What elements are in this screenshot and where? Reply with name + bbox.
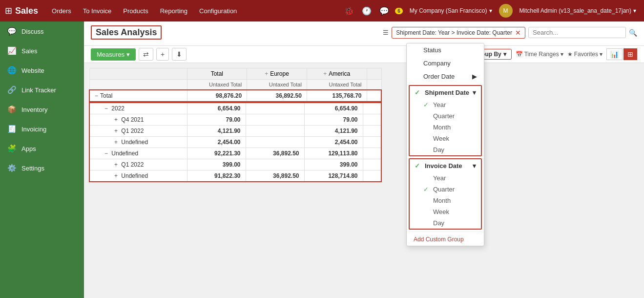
invoice-date-header[interactable]: ✓ Invoice Date ▾ — [410, 159, 481, 172]
cell-q12022-empty — [363, 126, 381, 137]
sidebar: 💬 Discuss 📈 Sales 🌐 Website 🔗 Link Track… — [0, 21, 84, 298]
expand-q42021[interactable]: + — [114, 116, 118, 123]
expand-q12022[interactable]: + — [114, 128, 118, 134]
grid-view-button[interactable]: ⊞ — [623, 48, 637, 60]
sidebar-item-sales[interactable]: 📈 Sales — [0, 41, 84, 61]
cell-2022-c2 — [246, 103, 304, 114]
nav-orders[interactable]: Orders — [47, 4, 76, 18]
dropdown-item-order-date[interactable]: Order Date ▶ — [407, 70, 484, 83]
chat-icon[interactable]: 💬 — [377, 4, 391, 18]
col-header-europe: +Europe — [247, 68, 307, 80]
row-label-undef3: + Undefined — [89, 170, 187, 182]
sidebar-item-label: Sales — [21, 47, 38, 55]
cell-undef3-c2: 36,892.50 — [246, 170, 304, 182]
dropdown-scroll: Status Company Order Date ▶ ✓ Shipment D… — [407, 43, 484, 246]
sidebar-item-invoicing[interactable]: 🧾 Invoicing — [0, 119, 84, 139]
table-row: + Undefined 91,822.30 36,892.50 128,714.… — [89, 170, 381, 182]
col-header-america: +America — [307, 68, 367, 80]
cell-undef2-c3: 129,113.80 — [304, 148, 363, 159]
cell-q42021-empty — [363, 114, 381, 126]
expand-undef3[interactable]: + — [114, 172, 118, 179]
user-avatar: M — [499, 4, 513, 18]
invoice-quarter-item[interactable]: ✓ Quarter — [410, 184, 481, 195]
row-label-2022: − 2022 — [89, 103, 187, 114]
toolbar-row: Measures ▾ ⇄ + ⬇ ▼ Filters ▾ ☰ Group By … — [84, 46, 644, 63]
chart-view-button[interactable]: 📊 — [606, 48, 623, 60]
expand-undef1[interactable]: + — [114, 139, 118, 146]
table-row: − Undefined 92,221.30 36,892.50 129,113.… — [89, 148, 381, 159]
row-label-q12022: + Q1 2022 — [89, 126, 187, 137]
search-input[interactable] — [528, 27, 626, 38]
invoice-year-item[interactable]: Year — [410, 172, 481, 184]
time-ranges-button[interactable]: 📅 Time Ranges ▾ — [516, 51, 563, 58]
dropdown-item-company[interactable]: Company — [407, 57, 484, 70]
clock-icon[interactable]: 🕐 — [360, 4, 374, 18]
download-button[interactable]: ⬇ — [172, 48, 187, 61]
sidebar-item-label: Inventory — [21, 106, 47, 113]
nav-configuration[interactable]: Configuration — [194, 4, 242, 18]
measures-button[interactable]: Measures ▾ — [91, 48, 136, 61]
sidebar-item-label: Link Tracker — [21, 86, 56, 94]
swap-button[interactable]: ⇄ — [139, 48, 153, 61]
invoice-week-item[interactable]: Week — [410, 206, 481, 217]
expand-total[interactable]: − — [95, 92, 98, 99]
sidebar-item-discuss[interactable]: 💬 Discuss — [0, 21, 84, 41]
nav-to-invoice[interactable]: To Invoice — [78, 4, 117, 18]
invoice-month-item[interactable]: Month — [410, 195, 481, 206]
sidebar-item-label: Apps — [21, 145, 36, 152]
shipment-year-item[interactable]: ✓ Year — [410, 99, 481, 110]
content-header: Sales Analysis ☰ Shipment Date: Year > I… — [84, 21, 644, 46]
remove-filter-button[interactable]: ✕ — [515, 29, 521, 37]
sidebar-item-settings[interactable]: ⚙️ Settings — [0, 158, 84, 178]
shipment-quarter-item[interactable]: Quarter — [410, 110, 481, 122]
cell-undef1-c3: 2,454.00 — [304, 137, 363, 148]
nav-reporting[interactable]: Reporting — [155, 4, 192, 18]
favorites-button[interactable]: ★ Favorites ▾ — [567, 51, 602, 58]
invoice-date-section: ✓ Invoice Date ▾ Year ✓ Quarter Month We… — [409, 158, 482, 230]
main-content: Sales Analysis ☰ Shipment Date: Year > I… — [84, 21, 644, 298]
shipment-month-item[interactable]: Month — [410, 122, 481, 133]
cell-q12022-c2 — [246, 126, 304, 137]
table-area: Total +Europe +America Untaxed Total Unt… — [84, 63, 644, 298]
cell-2022-c3: 6,654.90 — [304, 103, 363, 114]
cell-undef3-c3: 128,714.80 — [304, 170, 363, 182]
shipment-week-item[interactable]: Week — [410, 133, 481, 144]
expand-q12022b[interactable]: + — [114, 161, 118, 168]
app-logo[interactable]: ⊞ Sales — [5, 5, 38, 16]
add-custom-group-button[interactable]: Add Custom Group — [407, 233, 484, 246]
groupby-dropdown: Status Company Order Date ▶ ✓ Shipment D… — [406, 43, 484, 246]
search-icon[interactable]: 🔍 — [629, 29, 637, 37]
table-row: −Total 98,876.20 36,892.50 135,768.70 — [89, 90, 381, 102]
website-icon: 🌐 — [7, 65, 17, 75]
cell-q42021-c3: 79.00 — [304, 114, 363, 126]
dropdown-item-status[interactable]: Status — [407, 43, 484, 57]
main-layout: 💬 Discuss 📈 Sales 🌐 Website 🔗 Link Track… — [0, 21, 644, 298]
nav-products[interactable]: Products — [118, 4, 153, 18]
sidebar-item-label: Discuss — [21, 28, 44, 35]
cell-q12022b-c1: 399.00 — [187, 159, 246, 170]
expand-undef2[interactable]: − — [104, 150, 108, 157]
notification-badge: 6 — [395, 8, 403, 14]
col-header-empty — [367, 68, 381, 80]
sales-icon: 📈 — [7, 46, 17, 56]
sidebar-item-inventory[interactable]: 📦 Inventory — [0, 100, 84, 119]
company-selector[interactable]: My Company (San Francisco) ▾ — [407, 5, 495, 16]
invoice-day-item[interactable]: Day — [410, 217, 481, 229]
app-name: Sales — [15, 6, 38, 16]
table-row: + Q1 2022 399.00 399.00 — [89, 159, 381, 170]
row-label-undef1: + Undefined — [89, 137, 187, 148]
shipment-day-item[interactable]: Day — [410, 144, 481, 155]
table-header-row: Total +Europe +America — [89, 68, 381, 80]
expand-2022[interactable]: − — [104, 105, 108, 112]
user-menu[interactable]: Mitchell Admin (v13_sale_ana_date_17jan)… — [517, 5, 639, 16]
topbar: ⊞ Sales Orders To Invoice Products Repor… — [0, 0, 644, 21]
sidebar-item-apps[interactable]: 🧩 Apps — [0, 139, 84, 158]
sidebar-item-label: Settings — [21, 165, 44, 172]
add-button[interactable]: + — [156, 48, 169, 61]
table-row: + Q1 2022 4,121.90 4,121.90 — [89, 126, 381, 137]
sidebar-item-website[interactable]: 🌐 Website — [0, 61, 84, 80]
col-header-total: Total — [187, 68, 247, 80]
shipment-date-header[interactable]: ✓ Shipment Date ▾ — [410, 86, 481, 99]
bug-icon[interactable]: 🐞 — [342, 4, 356, 18]
sidebar-item-link-tracker[interactable]: 🔗 Link Tracker — [0, 80, 84, 100]
